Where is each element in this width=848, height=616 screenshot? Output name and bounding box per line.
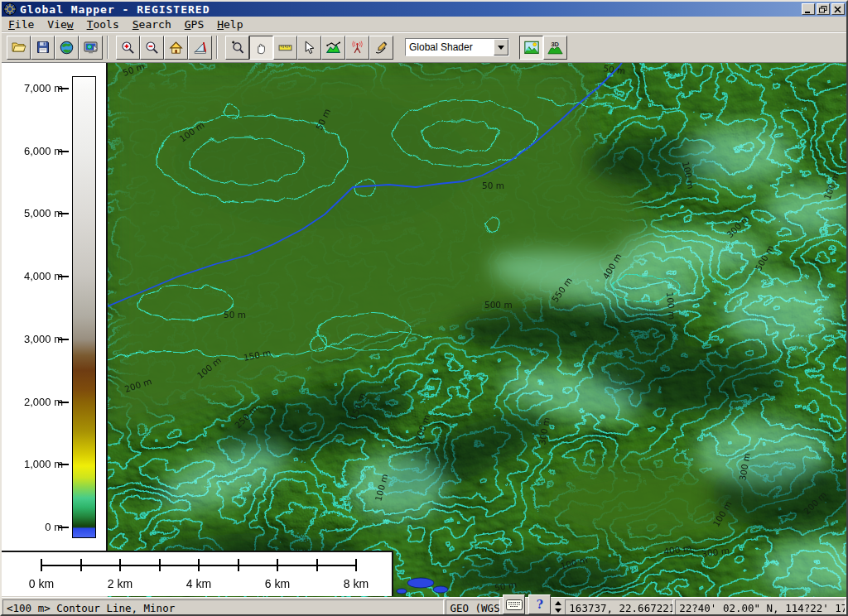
scale-tick — [80, 559, 82, 571]
world-view-button[interactable] — [55, 36, 79, 60]
open-file-button[interactable] — [7, 36, 31, 60]
display-options-button[interactable] — [519, 36, 543, 60]
minimize-icon — [804, 6, 812, 13]
mountain-profile-icon — [326, 41, 340, 55]
toolbar-separator — [216, 36, 218, 59]
menu-item-help[interactable]: Help — [210, 17, 249, 31]
legend-tick-label: 2,000 m — [5, 396, 63, 408]
contour-label: 50 m — [482, 180, 504, 190]
scale-tick — [355, 559, 357, 571]
legend-tick-label: 5,000 m — [5, 207, 63, 219]
scale-tick — [198, 559, 200, 571]
scale-label: 2 km — [95, 577, 145, 590]
restore-icon — [819, 6, 827, 13]
3d-view-icon: 3D — [547, 41, 563, 55]
scale-bar: 0 km2 km4 km6 km8 km — [2, 551, 393, 596]
pan-button[interactable] — [249, 36, 273, 60]
scale-tick — [238, 559, 239, 571]
legend-tick-label: 7,000 m — [5, 82, 63, 94]
zoom-tool-button[interactable] — [225, 36, 249, 60]
spinner-up-icon[interactable] — [555, 601, 561, 605]
menu-item-file[interactable]: File — [2, 17, 41, 31]
help-icon: ? — [537, 598, 543, 611]
menu-item-search[interactable]: Search — [126, 17, 178, 31]
zoom-in-button[interactable] — [116, 36, 140, 60]
toolbar: Global Shader 3D — [2, 32, 846, 63]
app-icon — [3, 2, 17, 16]
elevation-gradient-bar — [72, 76, 96, 538]
scale-label: 8 km — [331, 577, 381, 590]
magnifier-plus-icon — [230, 41, 244, 55]
cursor-lat-lon: 22?40' 02.00" N, 114?22' 17.89" E — [675, 599, 846, 615]
full-view-button[interactable] — [164, 36, 188, 60]
app-window: Global Mapper - REGISTERED FileViewTools… — [0, 0, 848, 616]
spinner-down-icon[interactable] — [555, 609, 561, 613]
globe-icon — [60, 41, 74, 55]
scale-tick — [41, 559, 42, 571]
menu-item-view[interactable]: View — [41, 17, 80, 31]
legend-tick-label: 0 m — [5, 521, 63, 533]
hand-icon — [254, 41, 268, 55]
help-button[interactable]: ? — [528, 594, 551, 614]
save-icon — [36, 41, 50, 54]
projection-label: GEO (WGS84 — [446, 599, 500, 615]
home-icon — [169, 41, 183, 55]
map-viewport[interactable]: 50 m100 m50 m50 m50 m50 m150 m100 m200 m… — [108, 63, 848, 597]
monitor-globe-icon — [84, 41, 99, 55]
scale-label: 6 km — [253, 577, 302, 590]
restore-button[interactable] — [817, 3, 830, 15]
contour-label: 50 m — [224, 310, 246, 320]
legend-tick-label: 3,000 m — [5, 333, 63, 345]
close-button[interactable] — [831, 3, 845, 15]
menu-bar: FileViewToolsSearchGPSHelp — [2, 17, 846, 32]
terrain-map: 50 m100 m50 m50 m50 m50 m150 m100 m200 m… — [108, 63, 848, 597]
menu-item-tools[interactable]: Tools — [80, 17, 126, 31]
scale-tick — [277, 559, 278, 571]
shader-dropdown[interactable]: Global Shader — [405, 38, 509, 56]
legend-tick-label: 1,000 m — [5, 458, 63, 470]
cursor-arrow-icon — [302, 41, 316, 55]
scale-tick — [159, 559, 161, 571]
export-display-button[interactable] — [79, 36, 103, 60]
minimize-button[interactable] — [802, 3, 815, 15]
measure-button[interactable] — [273, 36, 297, 60]
legend-tick-label: 4,000 m — [5, 270, 63, 282]
keyboard-button[interactable] — [503, 594, 525, 614]
pencil-icon — [374, 41, 388, 55]
zoom-in-icon — [121, 41, 135, 55]
window-title: Global Mapper - REGISTERED — [20, 3, 210, 16]
cursor-coordinates: 163737, 22.66722137 ) — [565, 599, 673, 615]
scale-tick — [316, 559, 318, 571]
menu-item-gps[interactable]: GPS — [178, 17, 210, 31]
folder-open-icon — [12, 41, 26, 54]
ruler-icon — [278, 41, 292, 55]
scale-label: 0 km — [17, 577, 66, 590]
antenna-icon — [350, 41, 364, 55]
picture-icon — [524, 41, 539, 55]
3d-label: 3D — [551, 41, 559, 48]
close-icon — [834, 6, 842, 13]
dropdown-arrow-button[interactable] — [494, 39, 508, 55]
path-profile-button[interactable] — [321, 36, 345, 60]
toolbar-separator — [107, 36, 108, 59]
contour-label: 500 m — [484, 300, 513, 310]
title-bar[interactable]: Global Mapper - REGISTERED — [2, 2, 846, 17]
elevation-legend: 7,000 m6,000 m5,000 m4,000 m3,000 m2,000… — [2, 63, 108, 551]
status-message: <100 m> Contour Line, Minor — [2, 599, 444, 615]
legend-tick-label: 6,000 m — [5, 145, 63, 157]
status-bar: <100 m> Contour Line, Minor GEO (WGS84 ?… — [2, 597, 846, 616]
keyboard-icon — [506, 599, 523, 610]
select-button[interactable] — [297, 36, 321, 60]
view-shed-button[interactable] — [345, 36, 369, 60]
chevron-down-icon — [498, 46, 504, 50]
shader-dropdown-value: Global Shader — [406, 41, 494, 53]
save-button[interactable] — [31, 36, 55, 60]
scale-tick — [119, 559, 121, 571]
zoom-out-button[interactable] — [140, 36, 164, 60]
zoom-scale-button[interactable] — [188, 36, 212, 60]
view-3d-button[interactable]: 3D — [543, 36, 567, 60]
zoom-out-icon — [145, 41, 159, 55]
scale-label: 4 km — [174, 577, 224, 590]
zoom-spinner[interactable] — [555, 601, 561, 613]
digitizer-button[interactable] — [369, 36, 393, 60]
